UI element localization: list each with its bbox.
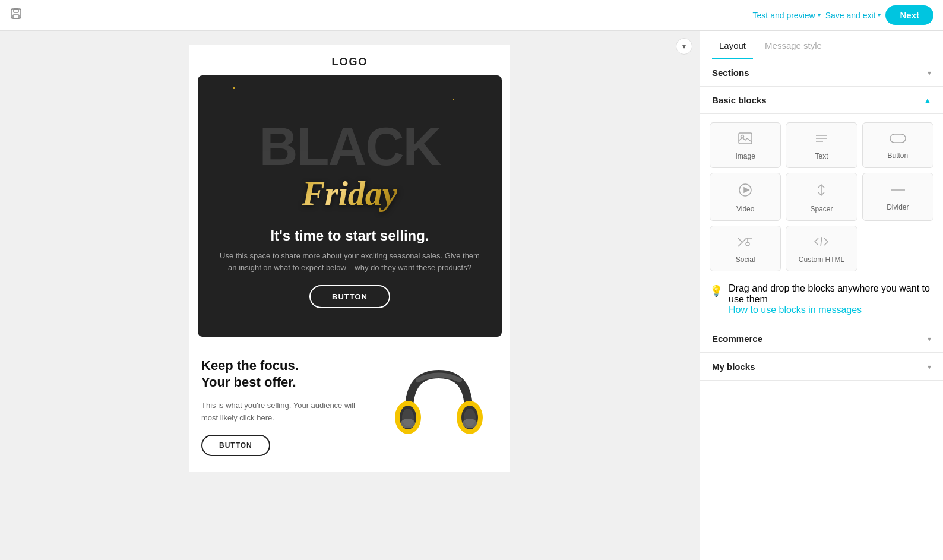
social-block-label: Social: [736, 255, 755, 264]
block-grid: Image Text Button: [700, 114, 943, 276]
social-block-icon: [737, 236, 754, 251]
test-preview-arrow: ▾: [818, 12, 821, 18]
svg-rect-16: [890, 134, 906, 143]
product-text-area: Keep the focus. Your best offer. This is…: [201, 357, 379, 457]
image-block-label: Image: [735, 152, 755, 160]
hero-headline: It's time to start selling.: [210, 227, 490, 244]
product-cta-button[interactable]: BUTTON: [201, 435, 270, 456]
logo-text: LOGO: [332, 56, 368, 68]
ecommerce-header[interactable]: Ecommerce ▾: [700, 325, 943, 353]
divider-block-label: Divider: [887, 203, 909, 211]
button-block-icon: [890, 133, 906, 147]
my-blocks-header[interactable]: My blocks ▾: [700, 353, 943, 381]
drag-hint-text-area: Drag and drop the blocks anywhere you wa…: [729, 283, 933, 315]
email-logo: LOGO: [189, 45, 510, 75]
bf-bg-text: BLACK: [260, 116, 441, 178]
save-exit-arrow: ▾: [878, 12, 881, 18]
hero-cta-button[interactable]: BUTTON: [309, 285, 390, 308]
hero-section: BLACK Friday It's time to start selling.…: [198, 75, 502, 337]
product-heading: Keep the focus. Your best offer.: [201, 357, 368, 391]
svg-point-10: [463, 419, 477, 428]
text-block-icon: [814, 132, 828, 147]
svg-line-22: [821, 237, 822, 246]
product-description: This is what you're selling. Your audien…: [201, 400, 368, 425]
ecommerce-section: Ecommerce ▾: [700, 325, 943, 353]
block-video[interactable]: Video: [710, 173, 781, 221]
image-block-icon: [738, 132, 752, 147]
bf-friday-text: Friday: [302, 173, 397, 213]
svg-rect-1: [14, 9, 18, 12]
custom-html-block-icon: [813, 236, 830, 251]
next-button[interactable]: Next: [885, 5, 933, 25]
spacer-block-icon: [814, 183, 828, 200]
divider-block-icon: [890, 185, 906, 198]
topbar: Test and preview ▾ Save and exit ▾ Next: [0, 0, 943, 31]
block-spacer[interactable]: Spacer: [786, 173, 857, 221]
drag-hint-link[interactable]: How to use blocks in messages: [729, 305, 862, 315]
sections-title: Sections: [712, 68, 749, 78]
collapse-button[interactable]: ▾: [676, 38, 692, 55]
basic-blocks-header[interactable]: Basic blocks ▲: [700, 87, 943, 114]
headphones-image: [385, 353, 492, 460]
basic-blocks-chevron: ▲: [924, 96, 931, 105]
svg-point-21: [746, 242, 749, 246]
svg-marker-18: [744, 188, 749, 192]
save-exit-label: Save and exit: [825, 11, 876, 20]
video-block-icon: [738, 183, 752, 200]
sections-chevron: ▾: [928, 69, 931, 77]
basic-blocks-title: Basic blocks: [712, 95, 767, 105]
drag-hint-text: Drag and drop the blocks anywhere you wa…: [729, 283, 930, 304]
my-blocks-chevron: ▾: [928, 363, 931, 371]
main-layout: ▾ LOGO BLACK Friday: [0, 31, 943, 560]
save-draft-icon: [10, 7, 23, 23]
tab-layout[interactable]: Layout: [712, 31, 753, 59]
test-preview-label: Test and preview: [753, 11, 815, 20]
block-custom-html[interactable]: Custom HTML: [786, 226, 857, 271]
hero-image-area: BLACK Friday: [198, 75, 502, 218]
block-text[interactable]: Text: [786, 122, 857, 168]
text-block-label: Text: [815, 152, 828, 160]
product-section: Keep the focus. Your best offer. This is…: [189, 337, 510, 472]
ecommerce-title: Ecommerce: [712, 334, 762, 344]
block-divider[interactable]: Divider: [862, 173, 933, 221]
save-exit-button[interactable]: Save and exit ▾: [825, 11, 881, 20]
custom-html-block-label: Custom HTML: [799, 255, 844, 264]
canvas-area: ▾ LOGO BLACK Friday: [0, 31, 700, 560]
my-blocks-title: My blocks: [712, 362, 755, 372]
sections-header[interactable]: Sections ▾: [700, 59, 943, 87]
panel-tabs: Layout Message style: [700, 31, 943, 59]
email-canvas: LOGO BLACK Friday: [189, 45, 510, 472]
spacer-block-label: Spacer: [810, 205, 833, 213]
product-image-area: [379, 353, 498, 460]
tab-message-style[interactable]: Message style: [758, 31, 829, 59]
drag-hint-icon: 💡: [710, 284, 723, 298]
button-block-label: Button: [887, 151, 908, 160]
svg-point-9: [401, 419, 415, 428]
my-blocks-section: My blocks ▾: [700, 353, 943, 381]
drag-hint: 💡 Drag and drop the blocks anywhere you …: [700, 276, 943, 325]
video-block-label: Video: [736, 205, 754, 213]
hero-subtext: Use this space to share more about your …: [216, 250, 484, 273]
block-image[interactable]: Image: [710, 122, 781, 168]
svg-rect-11: [739, 133, 752, 144]
block-button[interactable]: Button: [862, 122, 933, 168]
test-preview-button[interactable]: Test and preview ▾: [753, 11, 821, 20]
ecommerce-chevron: ▾: [928, 335, 931, 343]
block-social[interactable]: Social: [710, 226, 781, 271]
right-panel: Layout Message style Sections ▾ Basic bl…: [700, 31, 943, 560]
svg-rect-2: [13, 15, 19, 18]
